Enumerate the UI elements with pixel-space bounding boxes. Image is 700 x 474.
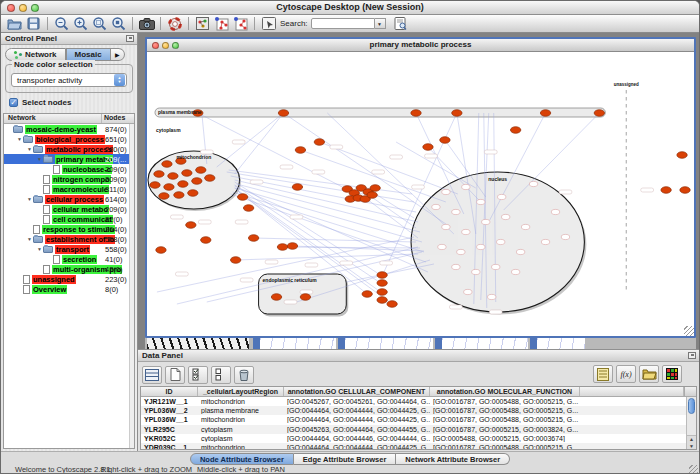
tree-row[interactable]: multi-organism pro42(0)	[4, 264, 134, 274]
help-icon[interactable]	[165, 16, 184, 32]
table-scrollbar-thumb[interactable]	[688, 398, 695, 414]
tree-row[interactable]: cellular metabo209(0)	[4, 204, 134, 214]
tree-col-network[interactable]: Network	[4, 114, 102, 123]
node-color-dropdown[interactable]: transporter activity ▲▼	[11, 73, 127, 87]
tree-row[interactable]: secretion41(0)	[4, 254, 134, 264]
tree-row[interactable]: cell communicat22(0)	[4, 214, 134, 224]
float-data-panel-icon[interactable]	[688, 352, 696, 359]
tree-row[interactable]: Overview8(0)	[4, 284, 134, 294]
tree-row[interactable]: response to stimulu264(0)	[4, 224, 134, 234]
expander-icon[interactable]: ▼	[36, 156, 43, 162]
import-attributes-icon[interactable]	[639, 365, 659, 383]
select-attributes-icon[interactable]	[188, 366, 208, 384]
export-table-icon[interactable]	[142, 366, 162, 384]
control-panel-header: Control Panel	[1, 33, 137, 45]
zoom-selected-region-icon[interactable]	[90, 16, 109, 32]
table-row[interactable]: YPL036W__2plasma membrane[GO:0044464, GO…	[141, 406, 696, 415]
column-header[interactable]: _cellularLayoutRegion	[198, 387, 284, 396]
tree-col-nodes[interactable]: Nodes	[102, 114, 134, 123]
save-session-button[interactable]	[24, 16, 43, 32]
column-header[interactable]: ID	[141, 387, 198, 396]
snapshot-icon[interactable]	[137, 16, 156, 32]
window-titlebar[interactable]: Cytoscape Desktop (New Session)	[1, 1, 699, 15]
column-header[interactable]: annotation.GO CELLULAR_COMPONENT	[284, 387, 430, 396]
tab-network-attribute-browser[interactable]: Network Attribute Browser	[396, 453, 510, 465]
network-nodes[interactable]	[150, 110, 690, 308]
tree-row[interactable]: ▼metabolic process280(0)	[4, 144, 134, 154]
table-cell: [GO:0044464, GO:0044444, GO:0044425, G..…	[284, 407, 430, 414]
table-row[interactable]: YKR052Ccytoplasm[GO:0044464, GO:0044446,…	[141, 434, 696, 443]
expander-icon[interactable]: ▼	[26, 146, 33, 152]
select-nodes-checkrow: ✓ Select nodes	[9, 98, 131, 107]
search-dropdown-icon[interactable]: ▼	[375, 18, 386, 29]
apply-layout-a-icon[interactable]	[212, 16, 231, 32]
tree-row[interactable]: macromolecule311(0)	[4, 184, 134, 194]
expander-icon[interactable]: ▼	[36, 246, 43, 252]
background-network-windows[interactable]	[145, 337, 696, 349]
select-nodes-checkbox[interactable]: ✓	[9, 98, 18, 107]
tree-row[interactable]: ▼primary metabo209(...	[4, 154, 134, 164]
network-graph[interactable]: plasma membranecytoplasmmitochondrionnuc…	[147, 52, 694, 336]
table-scrollbar-arrows[interactable]: ▲▼	[687, 435, 696, 449]
window-title: Cytoscape Desktop (New Session)	[1, 2, 699, 12]
delete-attribute-icon[interactable]	[234, 366, 254, 384]
tree-row[interactable]: unassigned223(0)	[4, 274, 134, 284]
folder-icon	[33, 146, 43, 153]
network-overview-icon[interactable]	[193, 16, 212, 32]
unselect-attributes-icon[interactable]	[211, 366, 231, 384]
window-resize-grip[interactable]	[684, 326, 694, 336]
table-row[interactable]: YPL036W__1mitochondrion[GO:0044464, GO:0…	[141, 415, 696, 424]
formula-builder-icon[interactable]: f(x)	[616, 365, 636, 383]
tree-row[interactable]: ▼transport558(0)	[4, 244, 134, 254]
tree-row-count: 651(0)	[105, 135, 127, 144]
zoom-out-icon[interactable]	[52, 16, 71, 32]
search-input[interactable]	[311, 18, 375, 29]
tree-row-count: 558(0)	[105, 245, 127, 254]
tree-row-label: transport	[55, 245, 90, 254]
tree-row-count: 209(0)	[105, 205, 127, 214]
table-row[interactable]: YDR039C__1mitochondrion[GO:0044464, GO:0…	[141, 443, 696, 450]
tree-row[interactable]: mosaic-demo-yeast874(0)	[4, 124, 134, 134]
zoom-in-icon[interactable]	[71, 16, 90, 32]
folder-icon	[43, 246, 53, 253]
column-header[interactable]: annotation.GO MOLECULAR_FUNCTION	[430, 387, 580, 396]
new-attribute-icon[interactable]	[165, 366, 185, 384]
table-row[interactable]: YJR121W__1mitochondrion[GO:0045267, GO:0…	[141, 397, 696, 406]
attribute-matrix-icon[interactable]	[593, 365, 613, 383]
table-cell: [GO:0044464, GO:0044446, GO:0044444, G..…	[284, 435, 430, 442]
tree-row[interactable]: ▼biological_process651(0)	[4, 134, 134, 144]
expander-icon[interactable]: ▼	[16, 136, 23, 142]
app-resize-grip[interactable]	[689, 465, 698, 474]
tree-row[interactable]: nucleobase-c209(0)	[4, 164, 134, 174]
network-window-titlebar[interactable]: primary metabolic process	[147, 39, 694, 52]
apply-layout-b-icon[interactable]	[231, 16, 250, 32]
tree-row[interactable]: nitrogen compo209(0)	[4, 174, 134, 184]
tab-edge-attribute-browser[interactable]: Edge Attribute Browser	[294, 453, 396, 465]
search-label: Search:	[280, 19, 308, 28]
tree-row[interactable]: ▼establishment of lo558(0)	[4, 234, 134, 244]
tab-node-attribute-browser[interactable]: Node Attribute Browser	[190, 453, 294, 465]
tab-overflow-icon[interactable]: ▶	[111, 48, 125, 61]
attribute-table-rows: YJR121W__1mitochondrion[GO:0045267, GO:0…	[141, 397, 696, 450]
zoom-fit-icon[interactable]	[109, 16, 128, 32]
annotation-icon[interactable]	[259, 16, 278, 32]
data-panel: Data Panel f(x)	[138, 349, 699, 451]
rebuild-search-index-icon[interactable]	[391, 16, 410, 32]
tree-row-count: 311(0)	[105, 185, 126, 194]
table-scrollbar[interactable]: ▲▼	[686, 397, 696, 449]
table-corner-button[interactable]	[684, 387, 696, 396]
tree-row[interactable]: ▼cellular process614(0)	[4, 194, 134, 204]
network-view-window[interactable]: primary metabolic process plasma membran…	[145, 37, 696, 338]
float-panel-icon[interactable]	[126, 35, 134, 42]
network-canvas[interactable]: plasma membranecytoplasmmitochondrionnuc…	[147, 52, 694, 336]
tree-row-label: cellular process	[45, 195, 104, 204]
table-row[interactable]: YLR295Ccytoplasm[GO:0045263, GO:0044464,…	[141, 425, 696, 434]
tab-label: Network	[25, 50, 57, 59]
tree-scrollbar[interactable]	[129, 124, 134, 448]
open-file-button[interactable]	[5, 16, 24, 32]
status-text: Middle-click + drag to PAN	[197, 465, 285, 474]
expander-icon[interactable]: ▼	[26, 236, 33, 242]
expander-icon[interactable]: ▼	[26, 196, 33, 202]
tree-row-count: 209(0)	[105, 165, 127, 174]
color-mapper-icon[interactable]	[662, 365, 682, 383]
